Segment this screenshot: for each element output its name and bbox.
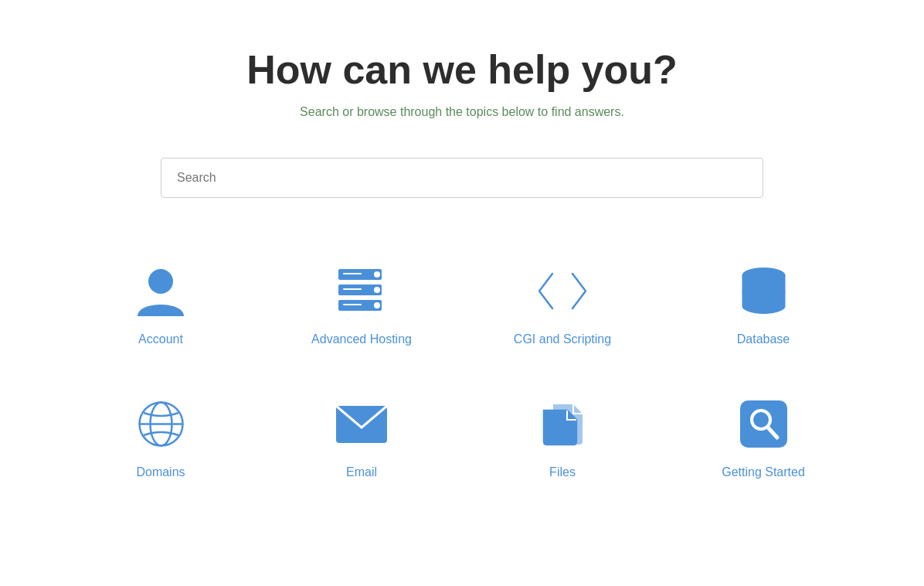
category-database[interactable]: Database [686,244,841,362]
svg-point-4 [374,287,380,293]
category-advanced-hosting-label: Advanced Hosting [311,332,412,346]
category-email[interactable]: Email [284,377,439,495]
svg-point-2 [374,271,380,278]
categories-grid: Account Advanced Hosting [76,244,848,495]
page-container: How can we help you? Search or browse th… [0,0,924,526]
category-files-label: Files [549,465,576,479]
svg-point-6 [374,302,380,308]
user-icon [130,260,192,322]
search-badge-icon [732,393,794,455]
email-icon [331,393,392,455]
server-icon [331,260,392,322]
database-icon [732,260,794,322]
category-domains[interactable]: Domains [83,377,238,495]
svg-rect-9 [343,304,362,305]
category-getting-started-label: Getting Started [722,465,805,479]
category-account[interactable]: Account [83,244,238,362]
search-container [161,158,763,198]
globe-icon [130,393,192,455]
category-account-label: Account [138,332,183,346]
category-advanced-hosting[interactable]: Advanced Hosting [284,244,439,362]
category-getting-started[interactable]: Getting Started [686,377,841,495]
category-database-label: Database [737,332,790,346]
svg-rect-8 [343,288,362,290]
category-cgi-scripting-label: CGI and Scripting [514,332,611,346]
files-icon [532,393,593,455]
hero-subtitle: Search or browse through the topics belo… [300,105,624,119]
svg-point-0 [148,269,173,294]
svg-rect-7 [343,273,362,274]
search-input[interactable] [161,158,763,198]
code-icon [532,260,593,322]
svg-rect-15 [740,400,787,448]
category-files[interactable]: Files [485,377,640,495]
category-email-label: Email [346,465,377,479]
category-domains-label: Domains [136,465,185,479]
hero-title: How can we help you? [246,46,678,93]
category-cgi-scripting[interactable]: CGI and Scripting [485,244,640,362]
